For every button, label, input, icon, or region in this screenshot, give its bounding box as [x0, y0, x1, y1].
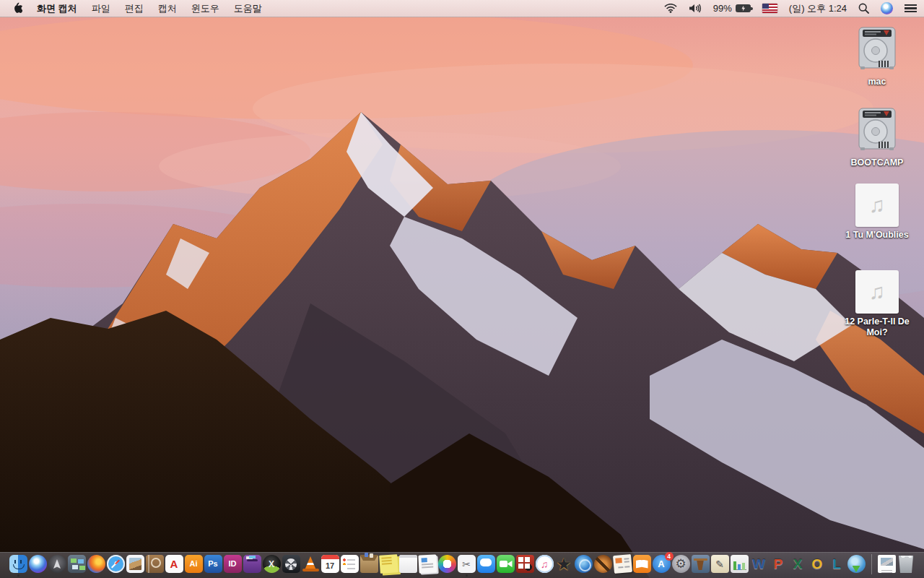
dock-idvd[interactable]: [575, 555, 593, 573]
dock-contacts[interactable]: [146, 555, 164, 573]
desktop-icon-mac-drive[interactable]: mac: [837, 26, 917, 87]
dock-microsoft-word[interactable]: W: [750, 555, 768, 573]
dock-messages[interactable]: [477, 555, 495, 573]
menu-capture[interactable]: 캡처: [151, 0, 184, 17]
dock-firefox[interactable]: [87, 555, 105, 573]
dock-reminders[interactable]: [341, 555, 359, 573]
dock-photos[interactable]: [438, 555, 456, 573]
dock-trash-full[interactable]: [897, 555, 915, 573]
dock-app-store[interactable]: A4: [653, 555, 671, 573]
dock-download-globe-app[interactable]: [847, 555, 866, 573]
menu-bar-left: 화면 캡처 파일 편집 캡처 윈도우 도움말: [7, 0, 269, 17]
dock-launchpad[interactable]: [48, 555, 66, 573]
dock-safari[interactable]: [107, 555, 125, 573]
appstore-a-glyph: A: [658, 559, 664, 569]
dock-document-file[interactable]: [878, 555, 896, 573]
battery-charging-icon: [736, 4, 751, 12]
dock-preview[interactable]: [126, 555, 144, 573]
music-note-icon: ♫: [855, 184, 899, 227]
dock-mission-control[interactable]: [68, 555, 86, 573]
dock-system-preferences[interactable]: ⚙: [672, 555, 690, 573]
dock-garageband[interactable]: [594, 555, 612, 573]
desktop-icon-audio-file-2[interactable]: ♫ 12 Parle-T-Il De Moi?: [837, 270, 917, 338]
running-indicator: [466, 574, 468, 577]
dock-x-sphere-app[interactable]: X: [263, 555, 281, 573]
battery-percent: 99%: [713, 3, 732, 14]
dock-facetime[interactable]: [497, 555, 515, 573]
dock-screen-capture-grab[interactable]: ✂: [458, 555, 476, 573]
dock-siri[interactable]: [29, 555, 47, 573]
dock-calendar[interactable]: 17: [321, 555, 339, 573]
dock-photo-grid-app[interactable]: [516, 555, 534, 573]
menu-window[interactable]: 윈도우: [184, 0, 227, 17]
desktop-icon-audio-file-1[interactable]: ♫ 1 Tu M'Oublies: [837, 184, 917, 241]
dock-adobe-indesign[interactable]: ID: [224, 555, 242, 573]
dock-microsoft-excel[interactable]: X: [789, 555, 807, 573]
dock-newsletter-app[interactable]: [612, 554, 632, 574]
volume-icon[interactable]: [689, 4, 702, 13]
wifi-icon[interactable]: [664, 4, 677, 13]
dock-divider: [871, 554, 872, 574]
dock-microsoft-lync[interactable]: L: [828, 555, 846, 573]
dock-itunes[interactable]: ♫: [536, 555, 554, 573]
dock-archive-box-app[interactable]: [360, 555, 378, 573]
input-source-us-flag-icon[interactable]: [762, 4, 777, 13]
dock-acrobat-reader[interactable]: A: [165, 555, 183, 573]
dock-microsoft-outlook[interactable]: O: [808, 555, 827, 573]
dock-toast-titanium[interactable]: [243, 555, 261, 573]
dock-pages[interactable]: ✎: [711, 555, 729, 573]
dock-adobe-photoshop[interactable]: Ps: [204, 555, 222, 573]
apple-logo-icon: [12, 2, 22, 14]
menu-edit[interactable]: 편집: [118, 0, 151, 17]
dock-finder[interactable]: [9, 555, 27, 573]
dock-document-viewer-app[interactable]: [418, 554, 437, 573]
sierra-mountain-wallpaper: [0, 0, 924, 578]
battery-status[interactable]: 99%: [713, 3, 751, 14]
desktop-icon-label: 12 Parle-T-Il De Moi?: [837, 316, 917, 338]
dock-fan-utility-app[interactable]: [282, 555, 300, 573]
music-note-icon: ♫: [855, 270, 899, 314]
spotlight-search-icon[interactable]: [858, 3, 869, 14]
desktop-icon-label: mac: [837, 77, 917, 87]
menu-bar-status: 99% (일) 오후 1:24: [664, 0, 917, 17]
dock-microsoft-powerpoint[interactable]: P: [770, 555, 788, 573]
desktop-icon-label: BOOTCAMP: [837, 158, 917, 168]
dock-vlc[interactable]: [302, 555, 320, 573]
dock: A Ai Ps ID X 17 ✂ ♫ ★ A4 ⚙ ✎ W P X O L: [0, 552, 924, 578]
dock-notepad-app[interactable]: [399, 555, 417, 573]
menu-bar-clock[interactable]: (일) 오후 1:24: [789, 2, 847, 15]
dock-stickies[interactable]: [379, 554, 398, 574]
dock-keynote[interactable]: [692, 555, 710, 573]
dock-adobe-illustrator[interactable]: Ai: [185, 555, 203, 573]
apple-menu[interactable]: [7, 0, 30, 17]
desktop-icon-bootcamp-drive[interactable]: BOOTCAMP: [837, 107, 917, 168]
dock-numbers[interactable]: [731, 555, 749, 573]
desktop-icon-label: 1 Tu M'Oublies: [837, 230, 917, 241]
dock-ibooks[interactable]: [633, 555, 651, 573]
app-store-update-badge: 4: [665, 552, 674, 561]
menu-app-name[interactable]: 화면 캡처: [30, 0, 84, 17]
menu-bar: 화면 캡처 파일 편집 캡처 윈도우 도움말 99%: [0, 0, 924, 17]
siri-icon[interactable]: [881, 2, 893, 14]
dock-imovie-hd[interactable]: ★: [555, 555, 573, 573]
menu-help[interactable]: 도움말: [227, 0, 269, 17]
running-indicator: [17, 574, 19, 577]
hard-drive-icon: [856, 26, 898, 71]
hard-drive-icon: [856, 107, 898, 152]
menu-file[interactable]: 파일: [84, 0, 118, 17]
desktop-screen: 화면 캡처 파일 편집 캡처 윈도우 도움말 99%: [0, 0, 924, 578]
notification-center-icon[interactable]: [905, 4, 917, 12]
